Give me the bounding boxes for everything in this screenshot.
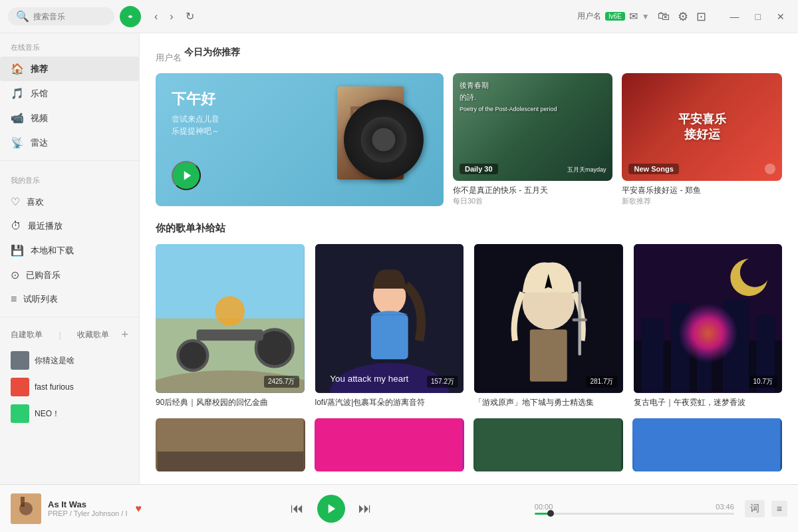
refresh-button[interactable]: ↻: [183, 7, 197, 25]
add-playlist-button[interactable]: +: [121, 328, 128, 342]
play-pause-button[interactable]: [317, 495, 345, 523]
sidebar-item-trial[interactable]: ≡ 试听列表: [0, 287, 139, 311]
newsongs-dot: [765, 164, 775, 174]
playlist-item-1-label: 你猜这是啥: [35, 355, 74, 366]
player-song-title: As It Was: [48, 499, 127, 509]
progress-dot: [547, 510, 554, 517]
playlist-thumb-game: 281.7万: [474, 244, 623, 393]
time-current: 00:00: [535, 503, 553, 511]
local-icon: 💾: [11, 244, 24, 257]
online-music-label: 在线音乐: [0, 33, 139, 57]
previous-button[interactable]: ⏮: [291, 501, 304, 516]
progress-bar[interactable]: [535, 513, 734, 515]
share-icon[interactable]: ⊡: [696, 9, 706, 24]
search-bar[interactable]: 🔍: [8, 7, 114, 25]
svg-rect-36: [634, 418, 781, 471]
playlist-item-neo-label: NEO！: [35, 408, 60, 420]
playlist-3-title: 「游戏原声」地下城与勇士精选集: [474, 397, 623, 408]
daily30-sublabel: 每日30首: [453, 196, 613, 206]
my-music-label: 我的音乐: [0, 166, 139, 190]
sidebar-item-recent[interactable]: ⏱ 最近播放: [0, 214, 139, 238]
playlist-4-count: 10.7万: [749, 376, 777, 388]
svg-rect-33: [158, 452, 304, 471]
time-total: 03:46: [716, 503, 734, 511]
sidebar-item-recommend-label: 推荐: [31, 63, 48, 75]
section1-header: 用户名 今日为你推荐: [156, 47, 782, 69]
sidebar-item-purchased[interactable]: ⊙ 已购音乐: [0, 263, 139, 287]
svg-text:You attack my heart: You attack my heart: [330, 374, 408, 384]
sidebar-item-video-label: 视频: [31, 112, 48, 124]
sidebar-item-video[interactable]: 📹 视频: [0, 106, 139, 130]
sidebar-item-local[interactable]: 💾 本地和下载: [0, 238, 139, 263]
hero-card-main[interactable]: 下午好 尝试来点儿音 乐提提神吧～: [156, 73, 444, 206]
video-icon: 📹: [11, 112, 24, 124]
playlist-thumb-fast-furious: [11, 378, 29, 396]
bottom-row: [156, 418, 782, 471]
playlist-2-title: lofi/蒸汽波|包裹耳朵的游离音符: [315, 397, 464, 408]
svg-point-31: [739, 257, 769, 287]
svg-rect-24: [641, 319, 664, 393]
playlist-item-1[interactable]: 你猜这是啥: [0, 347, 139, 374]
vinyl-record: [344, 100, 424, 180]
hero-play-button[interactable]: [172, 161, 201, 190]
bottom-card-2[interactable]: [315, 418, 464, 471]
next-button[interactable]: ⏭: [358, 501, 372, 516]
sidebar-item-recommend[interactable]: 🏠 推荐: [0, 57, 139, 81]
bottom-card-4[interactable]: [632, 418, 782, 471]
user-area[interactable]: 用户名 lv6E ✉ ▼: [577, 10, 649, 23]
playlist-thumb-motorcycle: 2425.7万: [156, 244, 305, 393]
back-button[interactable]: ‹: [152, 8, 160, 25]
playlist-item-neo[interactable]: NEO！: [0, 400, 139, 427]
close-button[interactable]: ✕: [771, 9, 790, 25]
bottom-card-3[interactable]: [473, 418, 623, 471]
player-album-thumb: [11, 493, 41, 524]
playlist-button[interactable]: ≡: [771, 501, 787, 517]
daily30-card[interactable]: 後青春期的詩.Poetry of the Post-Adolescent per…: [453, 73, 613, 181]
newsongs-sublabel: 新歌推荐: [622, 196, 782, 206]
bottom-card-1[interactable]: [156, 418, 305, 471]
maximize-button[interactable]: □: [750, 9, 766, 25]
playlist-1-count: 2425.7万: [264, 376, 299, 388]
svg-marker-1: [184, 171, 191, 180]
forward-button[interactable]: ›: [167, 8, 176, 25]
playlist-card-1[interactable]: 2425.7万 90后经典｜风靡校园的回忆金曲: [156, 244, 305, 408]
sidebar-item-likes[interactable]: ♡ 喜欢: [0, 190, 139, 214]
email-icon: ✉: [629, 10, 638, 23]
hero-album-art: [337, 80, 424, 200]
playlist-item-fast-furious[interactable]: fast furious: [0, 374, 139, 400]
player-like-button[interactable]: ♥: [135, 503, 142, 515]
sidebar-item-radio[interactable]: 📡 雷达: [0, 130, 139, 155]
svg-rect-35: [475, 418, 622, 471]
username-display: 用户名: [577, 11, 601, 22]
playlist-card-3[interactable]: 281.7万 「游戏原声」地下城与勇士精选集: [474, 244, 623, 408]
playlist-card-4[interactable]: 10.7万 复古电子｜午夜霓虹，迷梦香波: [634, 244, 783, 408]
recent-icon: ⏱: [11, 220, 21, 232]
mayday-label: 五月天mayday: [567, 166, 606, 174]
player-bar: As It Was PREP / Tyler Johnson / I ♥ ⏮ ⏭…: [0, 484, 798, 532]
section1-title: 今日为你推荐: [184, 47, 240, 59]
lyrics-button[interactable]: 词: [745, 500, 765, 517]
content-area: 用户名 今日为你推荐 下午好 尝试来点儿音 乐提提神吧～: [140, 33, 798, 484]
playlist-2-count: 157.2万: [427, 376, 458, 388]
hero-row: 下午好 尝试来点儿音 乐提提神吧～: [156, 73, 782, 206]
playlist-thumb-1: [11, 351, 29, 370]
sidebar-item-music-hall[interactable]: 🎵 乐馆: [0, 81, 139, 106]
hero-subtitle: 尝试来点儿音 乐提提神吧～: [172, 113, 219, 137]
settings-icon[interactable]: ⚙: [678, 9, 688, 24]
playlist-3-count: 281.7万: [586, 376, 617, 388]
playlist-1-title: 90后经典｜风靡校园的回忆金曲: [156, 397, 305, 408]
daily30-badge: Daily 30: [460, 164, 498, 174]
sidebar-item-purchased-label: 已购音乐: [26, 269, 61, 281]
newsongs-card[interactable]: 平安喜乐接好运 New Songs: [622, 73, 782, 181]
playlist-thumb-neo: [11, 404, 29, 423]
newsongs-card-wrap: 平安喜乐接好运 New Songs 平安喜乐接好运 - 郑鱼 新歌推荐: [622, 73, 782, 206]
minimize-button[interactable]: —: [725, 9, 745, 25]
search-input[interactable]: [33, 12, 106, 21]
player-artist: PREP / Tyler Johnson / I: [48, 509, 127, 517]
sidebar-item-local-label: 本地和下载: [31, 245, 74, 257]
bag-icon[interactable]: 🛍: [658, 9, 670, 23]
sidebar-divider-1: [0, 160, 139, 161]
player-right-controls: 词 ≡: [745, 500, 787, 517]
playlist-card-2[interactable]: You attack my heart 157.2万 lofi/蒸汽波|包裹耳朵…: [315, 244, 464, 408]
sidebar: 在线音乐 🏠 推荐 🎵 乐馆 📹 视频 📡 雷达 我的音乐 ♡ 喜欢 ⏱ 最近播…: [0, 33, 140, 484]
